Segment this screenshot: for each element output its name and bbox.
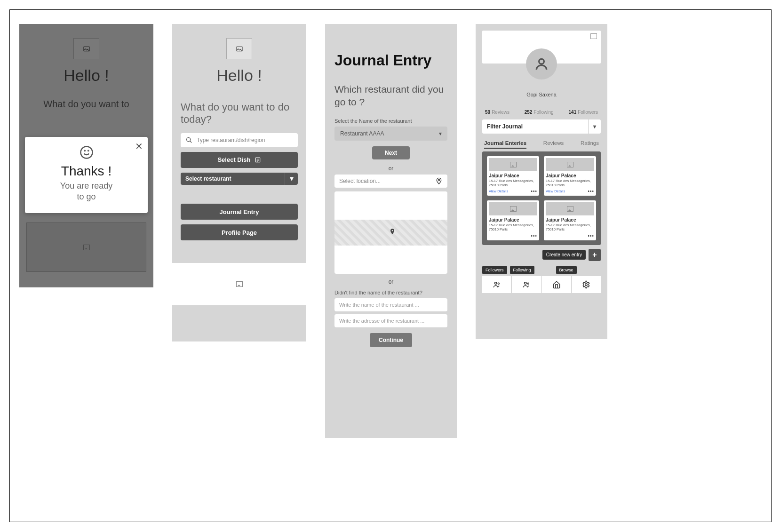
svg-point-5 bbox=[187, 137, 191, 141]
nav-home[interactable] bbox=[542, 276, 572, 293]
or-divider: or bbox=[325, 165, 457, 172]
card-address: 15-17 Rue des Messageries, 75010 Paris bbox=[489, 223, 537, 231]
chevron-down-icon: ▾ bbox=[588, 119, 596, 134]
hello-heading: Hello ! bbox=[172, 66, 306, 85]
more-icon[interactable]: ••• bbox=[588, 233, 594, 238]
svg-point-2 bbox=[84, 151, 85, 151]
card-title: Jaipur Palace bbox=[489, 173, 537, 178]
tab-reviews[interactable]: Reviews bbox=[543, 140, 564, 149]
card-address: 15-17 Rue des Messageries, 75010 Paris bbox=[489, 179, 537, 187]
stat-followers[interactable]: 141Followers bbox=[569, 110, 598, 115]
list-icon bbox=[255, 157, 261, 163]
svg-point-8 bbox=[539, 59, 544, 64]
create-entry-button[interactable]: + bbox=[589, 249, 601, 261]
nav-followers[interactable] bbox=[482, 276, 512, 293]
card-image bbox=[489, 202, 537, 215]
create-entry-label: Create new entry bbox=[542, 250, 586, 260]
svg-point-12 bbox=[528, 283, 529, 284]
profile-tabs: Journal Enteries Reviews Ratings bbox=[484, 140, 599, 149]
journal-card[interactable]: Jaipur Palace 15-17 Rue des Messageries,… bbox=[487, 200, 539, 240]
card-title: Jaipur Palace bbox=[546, 217, 594, 222]
screen-journal-entry: Journal Entry Which restaurant did you g… bbox=[325, 24, 457, 438]
thanks-modal: ✕ Thanks ! You are readyto go bbox=[25, 137, 148, 213]
restaurant-address-input[interactable]: Write the adresse of the restaurant ... bbox=[334, 314, 447, 327]
screen-home: Hello ! What do you want to do today? Ty… bbox=[172, 24, 306, 341]
card-image bbox=[546, 158, 594, 171]
nav-following[interactable] bbox=[512, 276, 541, 293]
svg-point-3 bbox=[88, 151, 88, 151]
or-divider: or bbox=[325, 278, 457, 285]
svg-point-11 bbox=[525, 282, 527, 284]
image-icon bbox=[236, 281, 243, 287]
hello-subtext: What do you want to do today? bbox=[181, 101, 298, 126]
image-placeholder-large bbox=[172, 263, 306, 305]
search-icon bbox=[185, 136, 193, 144]
bottom-nav bbox=[482, 276, 601, 293]
svg-point-13 bbox=[585, 283, 588, 286]
card-title: Jaipur Palace bbox=[546, 173, 594, 178]
modal-body: You are readyto go bbox=[32, 181, 141, 203]
chevron-down-icon: ▾ bbox=[285, 173, 298, 185]
stat-following[interactable]: 252Following bbox=[525, 110, 554, 115]
image-icon bbox=[590, 33, 597, 39]
restaurant-dropdown[interactable]: Restaurant AAAA ▾ bbox=[334, 127, 447, 141]
journal-grid: Jaipur Palace 15-17 Rue des Messageries,… bbox=[482, 151, 601, 245]
screen-profile: Gopi Saxena 50Reviews 252Following 141Fo… bbox=[476, 24, 607, 339]
restaurant-name-input[interactable]: Write the name of the restaurant ... bbox=[334, 298, 447, 311]
select-restaurant-label: Select the Name of the restaurant bbox=[334, 118, 447, 124]
chevron-down-icon: ▾ bbox=[439, 130, 442, 137]
profile-stats: 50Reviews 252Following 141Followers bbox=[485, 110, 598, 115]
journal-card[interactable]: Jaipur Palace 15-17 Rue des Messageries,… bbox=[487, 156, 539, 196]
card-image bbox=[546, 202, 594, 215]
next-button[interactable]: Next bbox=[372, 146, 410, 159]
pin-icon bbox=[435, 177, 443, 185]
smile-icon bbox=[32, 145, 141, 163]
username: Gopi Saxena bbox=[476, 92, 607, 97]
modal-title: Thanks ! bbox=[32, 164, 141, 179]
more-icon[interactable]: ••• bbox=[588, 189, 594, 194]
view-details-link[interactable]: View Details bbox=[546, 189, 565, 193]
filter-journal-dropdown[interactable]: Filter Journal ▾ bbox=[482, 119, 601, 134]
search-placeholder: Type restaurant/dish/region bbox=[197, 137, 265, 143]
close-icon[interactable]: ✕ bbox=[135, 141, 143, 152]
journal-entry-button[interactable]: Journal Entry bbox=[181, 204, 298, 220]
continue-button[interactable]: Continue bbox=[370, 333, 412, 347]
home-icon bbox=[552, 280, 561, 289]
tooltip-followers: Followers bbox=[482, 266, 507, 274]
tab-journal-entries[interactable]: Journal Enteries bbox=[484, 140, 526, 149]
tab-ratings[interactable]: Ratings bbox=[581, 140, 599, 149]
stat-reviews[interactable]: 50Reviews bbox=[485, 110, 509, 115]
card-image bbox=[489, 158, 537, 171]
svg-point-9 bbox=[495, 282, 497, 284]
tooltip-following: Following bbox=[510, 266, 534, 274]
select-restaurant-dropdown[interactable]: Select restaurant ▾ bbox=[181, 173, 298, 185]
card-address: 15-17 Rue des Messageries, 75010 Paris bbox=[546, 179, 594, 187]
svg-point-1 bbox=[80, 147, 92, 159]
svg-point-10 bbox=[498, 283, 499, 284]
nav-settings[interactable] bbox=[572, 276, 601, 293]
card-title: Jaipur Palace bbox=[489, 217, 537, 222]
search-input[interactable]: Type restaurant/dish/region bbox=[181, 133, 298, 147]
image-placeholder bbox=[226, 38, 252, 59]
avatar[interactable] bbox=[526, 48, 557, 79]
map-preview[interactable] bbox=[334, 191, 447, 274]
users-icon bbox=[493, 280, 501, 289]
tooltip-browse: Browse bbox=[556, 266, 577, 274]
location-input[interactable]: Select location... bbox=[334, 175, 447, 188]
view-details-link[interactable]: View Details bbox=[489, 189, 508, 193]
page-question: Which restaurant did you go to ? bbox=[334, 83, 447, 109]
page-title: Journal Entry bbox=[334, 52, 447, 69]
profile-page-button[interactable]: Profile Page bbox=[181, 224, 298, 240]
more-icon[interactable]: ••• bbox=[531, 233, 537, 238]
not-found-hint: Didn't find the name of the restaurant? bbox=[334, 290, 447, 295]
map-pin-icon bbox=[389, 228, 396, 236]
journal-card[interactable]: Jaipur Palace 15-17 Rue des Messageries,… bbox=[544, 156, 596, 196]
select-dish-button[interactable]: Select Dish bbox=[181, 152, 298, 168]
gear-icon bbox=[582, 280, 590, 289]
svg-point-7 bbox=[438, 179, 439, 181]
card-address: 15-17 Rue des Messageries, 75010 Paris bbox=[546, 223, 594, 231]
screen-welcome-modal: Hello ! What do you want to ✕ Thanks ! Y… bbox=[19, 24, 153, 287]
more-icon[interactable]: ••• bbox=[531, 189, 537, 194]
users-icon bbox=[522, 280, 531, 289]
journal-card[interactable]: Jaipur Palace 15-17 Rue des Messageries,… bbox=[544, 200, 596, 240]
